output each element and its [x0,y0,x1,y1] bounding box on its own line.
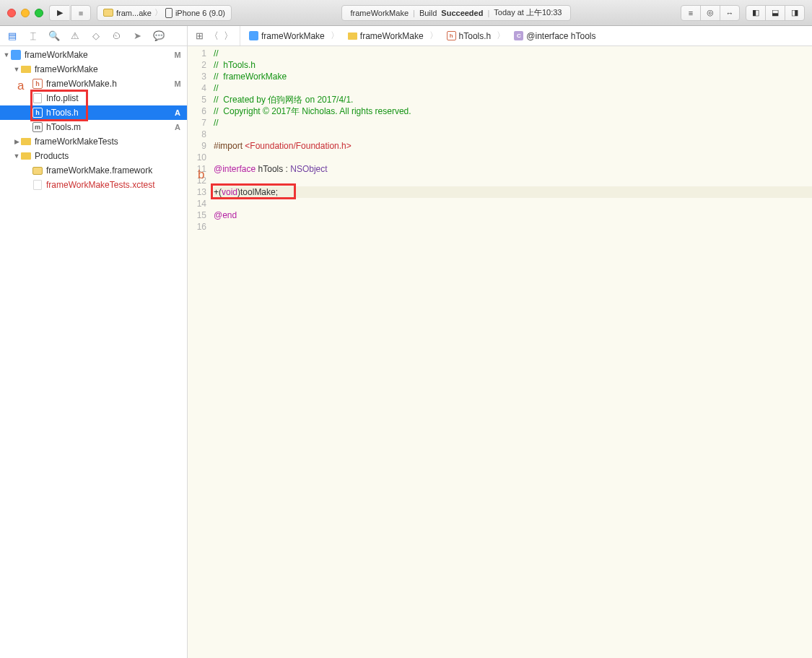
code-editor[interactable]: 1 2 3 4 5 6 7 8 9 10 11 12 13 14 15 16 /… [188,46,812,658]
panel-bottom-icon: ⬓ [772,8,779,17]
disclosure-triangle-icon[interactable]: ▶ [13,138,20,145]
close-window-button[interactable] [7,9,16,17]
tree-file[interactable]: h frameWorkMake.h M [0,77,187,91]
framework-icon [32,165,43,176]
debug-navigator-tab[interactable]: ⏲ [106,26,127,46]
toggle-left-panel-button[interactable]: ◧ [746,5,766,21]
test-navigator-tab[interactable]: ◇ [85,26,106,46]
related-items-button[interactable]: ⊞ [192,29,206,43]
panel-right-icon: ◨ [791,8,798,17]
device-icon [165,8,173,18]
toggle-right-panel-button[interactable]: ◨ [785,5,805,21]
tree-item-label: frameWorkMake.h [46,79,173,89]
status-inner: frameWorkMake | Build Succeeded | Today … [341,5,572,21]
breadcrumb-item[interactable]: frameWorkMake 〉 [245,26,344,46]
go-back-button[interactable]: 〈 [206,29,221,43]
class-symbol-icon: C [514,31,523,40]
warning-icon: ⚠ [71,30,79,41]
editor-assistant-button[interactable]: ◎ [700,5,720,21]
hierarchy-icon: ⌶ [30,30,36,41]
folder-icon [20,150,32,162]
navigator-tabs: ▤ ⌶ 🔍 ⚠ ◇ ⏲ ➤ 💬 [0,26,187,46]
tree-file-selected[interactable]: h hTools.h A [0,105,187,120]
issue-navigator-tab[interactable]: ⚠ [64,26,85,46]
play-icon: ▶ [57,8,63,17]
status-build-label: Build [419,9,437,17]
chevron-left-icon: 〈 [209,30,219,43]
editor-standard-button[interactable]: ≡ [681,5,701,21]
scheme-project-label: fram...ake [116,9,152,17]
breadcrumb-label: frameWorkMake [261,31,325,41]
find-navigator-tab[interactable]: 🔍 [43,26,64,46]
code-content[interactable]: // // hTools.h // frameWorkMake // // Cr… [211,46,812,658]
toggle-bottom-panel-button[interactable]: ⬓ [765,5,785,21]
go-forward-button[interactable]: 〉 [221,29,235,43]
scheme-selector[interactable]: fram...ake 〉 iPhone 6 (9.0) [97,5,232,21]
editor-column: ⊞ 〈 〉 frameWorkMake 〉 frameWorkMake 〉 h … [188,26,812,658]
project-root[interactable]: ▼ frameWorkMake M [0,48,187,62]
tree-file[interactable]: frameWorkMakeTests.xctest [0,178,187,192]
annotation-b-label: b [198,168,204,182]
tree-item-label: Products [35,151,173,161]
header-file-icon: h [447,31,456,40]
run-stop-group: ▶ ■ [49,5,91,21]
titlebar: ▶ ■ fram...ake 〉 iPhone 6 (9.0) frameWor… [0,0,812,26]
navigator-sidebar: ▤ ⌶ 🔍 ⚠ ◇ ⏲ ➤ 💬 ▼ frameWorkMake M ▼ fram… [0,26,188,658]
disclosure-triangle-icon[interactable]: ▼ [3,51,10,59]
breakpoint-navigator-tab[interactable]: ➤ [127,26,148,46]
activity-status: frameWorkMake | Build Succeeded | Today … [237,5,675,21]
breadcrumb-label: @interface hTools [526,31,595,41]
chevron-right-icon: 〉 [497,30,505,42]
right-toolbar: ≡ ◎ ↔ ◧ ⬓ ◨ [681,5,805,21]
project-tree: ▼ frameWorkMake M ▼ frameWorkMake h fram… [0,46,187,192]
header-file-icon: h [32,107,43,118]
stop-button[interactable]: ■ [71,5,91,21]
tree-file[interactable]: frameWorkMake.framework [0,163,187,178]
folder-icon [20,136,32,147]
tree-folder[interactable]: ▼ Products [0,149,187,163]
disclosure-triangle-icon[interactable]: ▼ [13,152,20,160]
symbol-navigator-tab[interactable]: ⌶ [22,26,43,46]
project-icon [10,49,22,61]
tree-folder[interactable]: ▶ frameWorkMakeTests [0,134,187,149]
scm-status: A [173,108,183,117]
editor-version-button[interactable]: ↔ [720,5,740,21]
breadcrumb-label: hTools.h [459,31,492,41]
xctest-icon [32,179,43,191]
window-controls [7,9,43,17]
breadcrumb-item[interactable]: frameWorkMake 〉 [344,26,442,46]
speech-icon: 💬 [153,30,165,41]
scheme-device-label: iPhone 6 (9.0) [175,9,225,17]
report-navigator-tab[interactable]: 💬 [148,26,169,46]
minimize-window-button[interactable] [21,9,30,17]
scm-status: A [173,123,183,131]
project-navigator-tab[interactable]: ▤ [1,26,22,46]
diamond-icon: ◇ [92,30,100,41]
panel-left-icon: ◧ [752,8,759,17]
status-time: Today at 上午10:33 [494,7,562,18]
project-icon [249,31,258,40]
grid-icon: ⊞ [196,30,204,41]
folder-tree-icon: ▤ [8,30,17,41]
tree-file[interactable]: m hTools.m A [0,120,187,134]
tree-item-label: frameWorkMake.framework [46,165,173,176]
breadcrumb-label: frameWorkMake [360,31,424,41]
stop-icon: ■ [79,9,84,17]
rings-icon: ◎ [707,8,714,17]
breadcrumb-item[interactable]: C @interface hTools [510,26,600,46]
scm-status: M [173,51,183,59]
status-build-result: Succeeded [441,9,483,17]
tree-file[interactable]: Info.plist [0,91,187,105]
zoom-window-button[interactable] [35,9,43,17]
arrows-icon: ↔ [726,9,734,17]
disclosure-triangle-icon[interactable]: ▼ [13,66,20,73]
breadcrumb-item[interactable]: h hTools.h 〉 [442,26,510,46]
run-button[interactable]: ▶ [49,5,69,21]
tree-item-label: hTools.h [46,108,173,118]
project-name-label: frameWorkMake [25,50,173,60]
tree-item-label: Info.plist [46,93,173,103]
impl-file-icon: m [32,121,43,133]
breakpoint-icon: ➤ [134,30,141,41]
folder-icon [348,33,357,40]
tree-folder[interactable]: ▼ frameWorkMake [0,62,187,77]
